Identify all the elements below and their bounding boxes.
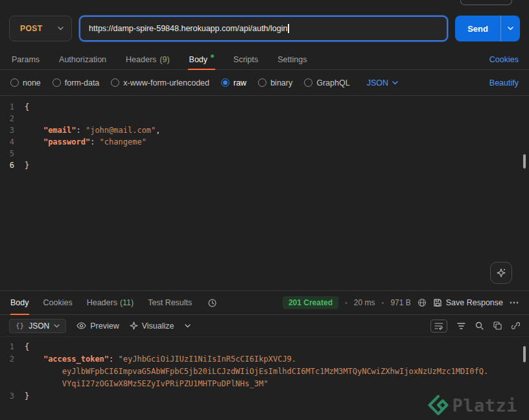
radio-selected-icon: [221, 78, 229, 87]
response-tab-headers-label: Headers: [87, 298, 117, 307]
tab-authorization[interactable]: Authorization: [58, 49, 108, 69]
code-line: eyJlbWFpbCI6ImpvaG5AbWFpbC5jb20iLCJzdWIi…: [0, 366, 529, 378]
body-type-form-data-label: form-data: [65, 78, 100, 88]
postbot-button[interactable]: [490, 262, 512, 284]
body-type-binary[interactable]: binary: [258, 78, 292, 88]
line-number: 3: [0, 390, 25, 402]
response-scrollbar-thumb[interactable]: [523, 346, 526, 362]
code-token: [25, 137, 43, 146]
body-type-graphql[interactable]: GraphQL: [304, 78, 349, 88]
method-select[interactable]: POST: [9, 16, 72, 41]
code-text: }: [25, 390, 29, 402]
visualize-button[interactable]: Visualize: [130, 321, 174, 331]
tab-params-label: Params: [12, 55, 40, 64]
send-button[interactable]: Send: [455, 16, 500, 41]
response-meta: 201 Created • 20 ms • 971 B Save Respons…: [283, 296, 519, 309]
code-text: "password": "changeme": [25, 136, 147, 148]
code-text: "access_token": "eyJhbGciOiJIUzI1NiIsInR…: [25, 353, 296, 366]
body-type-graphql-label: GraphQL: [316, 78, 349, 88]
code-token: [25, 126, 43, 135]
language-select[interactable]: JSON: [367, 78, 398, 88]
line-number: 4: [0, 136, 25, 148]
beautify-link[interactable]: Beautify: [489, 78, 519, 88]
response-tab-test-results[interactable]: Test Results: [148, 291, 192, 314]
tab-headers[interactable]: Headers(9): [124, 49, 171, 69]
code-text: {: [25, 101, 29, 113]
tab-settings[interactable]: Settings: [276, 49, 308, 69]
response-toolbar-icons: [430, 320, 520, 332]
code-text: "email": "john@mail.com",: [25, 124, 161, 136]
method-label: POST: [20, 24, 43, 33]
network-globe-icon[interactable]: [417, 298, 427, 307]
response-tab-body-label: Body: [10, 298, 29, 307]
send-options-button[interactable]: [500, 16, 520, 41]
search-icon[interactable]: [475, 321, 484, 330]
response-body-editor[interactable]: 1{2 "access_token": "eyJhbGciOiJIUzI1NiI…: [0, 337, 529, 420]
line-number: 1: [0, 341, 25, 353]
code-text: VYqiI27zOGIwX8Mz5EZyIvPRiPZU1MHTPuDPlNHs…: [25, 378, 268, 390]
line-number: 2: [0, 353, 25, 366]
code-line: 5: [0, 148, 529, 159]
response-tab-cookies[interactable]: Cookies: [43, 291, 73, 314]
code-token: }: [25, 391, 29, 401]
body-type-binary-label: binary: [270, 78, 292, 88]
eye-icon: [76, 322, 86, 329]
chevron-down-icon[interactable]: [185, 324, 191, 328]
tab-scripts[interactable]: Scripts: [232, 49, 259, 69]
code-line: 6}: [0, 159, 529, 171]
status-badge: 201 Created: [283, 296, 338, 309]
chevron-down-icon: [54, 324, 60, 328]
response-time: 20 ms: [354, 298, 375, 307]
tab-settings-label: Settings: [277, 55, 307, 64]
more-options-icon[interactable]: [510, 301, 519, 304]
request-scrollbar-thumb[interactable]: [523, 154, 526, 169]
code-token: "email": [43, 126, 76, 135]
radio-icon: [258, 78, 266, 87]
body-type-urlencoded[interactable]: x-www-form-urlencoded: [111, 78, 209, 88]
tab-params[interactable]: Params: [10, 49, 41, 69]
response-format-label: JSON: [29, 321, 49, 331]
filter-icon[interactable]: [457, 322, 465, 330]
cookies-link[interactable]: Cookies: [489, 55, 519, 64]
save-response-button[interactable]: Save Response: [433, 298, 503, 307]
dot-separator: •: [382, 299, 384, 307]
response-editor-lines: 1{2 "access_token": "eyJhbGciOiJIUzI1NiI…: [0, 341, 529, 402]
copy-icon[interactable]: [493, 321, 502, 330]
body-type-none[interactable]: none: [10, 78, 41, 88]
code-token: VYqiI27zOGIwX8Mz5EZyIvPRiPZU1MHTPuDPlNHs…: [62, 379, 268, 388]
code-token: "access_token": [43, 355, 109, 364]
watermark-brand: Platzi: [452, 399, 517, 412]
response-header-bar: Body Cookies Headers(11) Test Results 20…: [0, 290, 529, 315]
visualize-label: Visualize: [142, 321, 174, 331]
code-line: 2 "access_token": "eyJhbGciOiJIUzI1NiIsI…: [0, 353, 529, 366]
radio-icon: [53, 78, 61, 87]
tab-body-label: Body: [189, 55, 208, 64]
radio-icon: [10, 78, 19, 87]
request-bar: POST https://damp-spire-59848.herokuapp.…: [0, 0, 529, 49]
platzi-logo-icon: [427, 394, 449, 416]
response-headers-count: (11): [120, 298, 134, 307]
response-history-icon[interactable]: [207, 291, 217, 314]
code-token: {: [25, 102, 29, 111]
link-icon[interactable]: [511, 321, 520, 330]
body-type-form-data[interactable]: form-data: [53, 78, 100, 88]
code-token: "password": [43, 137, 90, 146]
response-tab-headers[interactable]: Headers(11): [87, 291, 134, 314]
request-body-editor[interactable]: 1{23 "email": "john@mail.com",4 "passwor…: [0, 96, 529, 290]
line-number: 5: [0, 148, 25, 159]
preview-button[interactable]: Preview: [76, 321, 119, 331]
code-line: 3 "email": "john@mail.com",: [0, 124, 529, 136]
tab-body[interactable]: Body: [188, 49, 216, 69]
code-token: "changeme": [100, 137, 147, 146]
code-token: "john@mail.com": [86, 126, 156, 135]
wrap-text-icon[interactable]: [430, 320, 447, 332]
body-type-raw[interactable]: raw: [221, 78, 246, 88]
code-token: [25, 379, 62, 388]
response-format-select[interactable]: {} JSON: [9, 319, 66, 333]
response-tab-body[interactable]: Body: [10, 291, 29, 314]
code-text: }: [25, 159, 29, 171]
code-token: :: [76, 126, 85, 135]
line-number: 6: [0, 159, 25, 171]
url-input[interactable]: https://damp-spire-59848.herokuapp.com/a…: [79, 16, 448, 41]
code-line: 1{: [0, 101, 529, 113]
